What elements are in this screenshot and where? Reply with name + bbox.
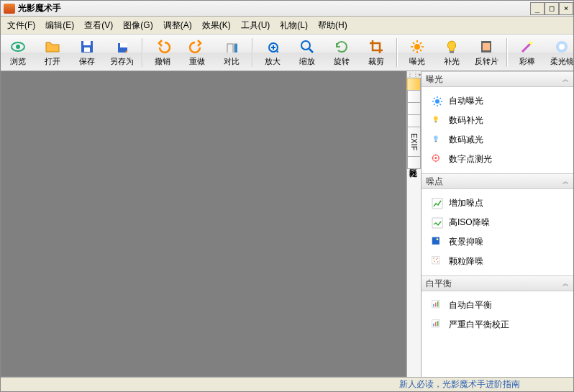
svg-rect-37 bbox=[435, 302, 436, 306]
menu-item[interactable]: 编辑(E) bbox=[40, 17, 79, 34]
option-label: 增加噪点 bbox=[449, 197, 483, 209]
option-label: 夜景抑噪 bbox=[449, 236, 483, 248]
tool-zoom[interactable]: 缩放 bbox=[290, 35, 324, 70]
menu-item[interactable]: 文件(F) bbox=[2, 17, 40, 34]
option-item[interactable]: 夜景抑噪 bbox=[422, 232, 573, 252]
bulb-y-icon bbox=[432, 115, 443, 127]
section-header[interactable]: 白平衡︽ bbox=[422, 275, 573, 291]
section-title: 噪点 bbox=[426, 176, 443, 188]
zoom-icon bbox=[299, 39, 315, 55]
zoom-in-icon bbox=[265, 39, 281, 55]
svg-point-16 bbox=[559, 44, 565, 50]
maximize-button[interactable]: □ bbox=[545, 2, 559, 15]
side-tab[interactable]: 便捷工具 bbox=[407, 114, 421, 127]
svg-rect-36 bbox=[433, 304, 434, 306]
svg-point-11 bbox=[414, 44, 420, 50]
tool-label: 柔光镜 bbox=[550, 56, 574, 67]
svg-rect-26 bbox=[432, 218, 442, 228]
tool-sun[interactable]: 曝光 bbox=[400, 35, 434, 70]
chart-up-icon bbox=[432, 198, 443, 209]
svg-point-31 bbox=[436, 258, 437, 259]
tool-label: 曝光 bbox=[409, 56, 425, 67]
option-item[interactable]: 自动白平衡 bbox=[422, 296, 573, 315]
menu-item[interactable]: 查看(V) bbox=[79, 17, 118, 34]
tool-disk[interactable]: 保存 bbox=[70, 35, 104, 70]
tool-label: 反转片 bbox=[475, 56, 498, 67]
tool-label: 另存为 bbox=[110, 56, 134, 67]
option-item[interactable]: 数码补光 bbox=[422, 111, 573, 130]
title-bar: 光影魔术手 _ □ × bbox=[1, 1, 573, 17]
tool-zoom-in[interactable]: 放大 bbox=[255, 35, 290, 70]
option-item[interactable]: 颗粒降噪 bbox=[422, 252, 573, 271]
section-body: 增加噪点高ISO降噪夜景抑噪颗粒降噪 bbox=[422, 189, 573, 275]
main-area: ⋮⋮▸ 基本调整数码暗房边框图层便捷工具EXIF光影社区 曝光︽自动曝光数码补光… bbox=[1, 71, 573, 377]
menu-item[interactable]: 图像(G) bbox=[118, 17, 158, 34]
svg-rect-4 bbox=[84, 47, 90, 52]
svg-rect-42 bbox=[437, 321, 438, 326]
tool-label: 保存 bbox=[79, 56, 95, 67]
menu-bar: 文件(F)编辑(E)查看(V)图像(G)调整(A)效果(K)工具(U)礼物(L)… bbox=[1, 17, 573, 34]
compare-icon bbox=[224, 39, 240, 55]
side-tab[interactable]: 基本调整 bbox=[407, 78, 421, 91]
tool-label: 对比 bbox=[224, 56, 240, 67]
toolbar-separator bbox=[252, 38, 252, 67]
tool-redo[interactable]: 重做 bbox=[180, 35, 214, 70]
menu-item[interactable]: 调整(A) bbox=[158, 17, 197, 34]
tool-undo[interactable]: 撤销 bbox=[145, 35, 180, 70]
guide-link[interactable]: 新人必读，光影魔术手进阶指南 bbox=[1, 378, 520, 391]
toolbar-separator bbox=[142, 38, 142, 67]
tool-eye[interactable]: 浏览 bbox=[1, 35, 35, 70]
option-item[interactable]: 增加噪点 bbox=[422, 193, 573, 213]
svg-rect-3 bbox=[83, 41, 91, 45]
tool-label: 撤销 bbox=[155, 56, 170, 67]
tool-bulb[interactable]: 补光 bbox=[434, 35, 469, 70]
tool-crop[interactable]: 裁剪 bbox=[359, 35, 393, 70]
option-label: 自动白平衡 bbox=[449, 299, 492, 311]
menu-item[interactable]: 效果(K) bbox=[197, 17, 236, 34]
svg-point-33 bbox=[437, 261, 438, 262]
side-tab[interactable]: 光影社区 bbox=[407, 156, 421, 169]
tool-film[interactable]: 反转片 bbox=[469, 35, 504, 70]
option-label: 严重白平衡校正 bbox=[449, 319, 509, 331]
sun-icon bbox=[409, 39, 425, 55]
sun-blue-icon bbox=[432, 96, 443, 107]
tool-label: 浏览 bbox=[10, 56, 26, 67]
tool-folder[interactable]: 打开 bbox=[35, 35, 70, 70]
target-icon bbox=[432, 154, 443, 165]
tool-label: 彩棒 bbox=[519, 56, 535, 67]
tool-soft[interactable]: 柔光镜 bbox=[545, 35, 573, 70]
svg-point-28 bbox=[437, 238, 439, 240]
section-body: 自动白平衡严重白平衡校正 bbox=[422, 291, 573, 339]
option-item[interactable]: 自动曝光 bbox=[422, 91, 573, 111]
menu-item[interactable]: 礼物(L) bbox=[275, 17, 313, 34]
bulb-b-icon bbox=[432, 135, 443, 146]
svg-rect-25 bbox=[432, 199, 442, 209]
option-item[interactable]: 数字点测光 bbox=[422, 150, 573, 169]
side-tab[interactable]: 边框图层 bbox=[407, 102, 421, 115]
close-button[interactable]: × bbox=[559, 2, 573, 15]
svg-rect-8 bbox=[234, 44, 237, 53]
side-tab[interactable]: 数码暗房 bbox=[407, 90, 421, 103]
menu-item[interactable]: 工具(U) bbox=[236, 17, 275, 34]
svg-rect-7 bbox=[227, 44, 233, 53]
rotate-icon bbox=[334, 39, 350, 55]
svg-rect-27 bbox=[432, 237, 439, 244]
tool-wand[interactable]: 彩棒 bbox=[510, 35, 545, 70]
option-label: 自动曝光 bbox=[449, 95, 483, 107]
option-item[interactable]: 高ISO降噪 bbox=[422, 213, 573, 232]
minimize-button[interactable]: _ bbox=[530, 2, 545, 15]
tool-compare[interactable]: 对比 bbox=[214, 35, 249, 70]
section-header[interactable]: 曝光︽ bbox=[422, 71, 573, 87]
canvas-viewport[interactable] bbox=[1, 71, 406, 377]
tool-rotate[interactable]: 旋转 bbox=[324, 35, 359, 70]
tool-label: 重做 bbox=[189, 56, 205, 67]
option-item[interactable]: 严重白平衡校正 bbox=[422, 315, 573, 334]
folder-icon bbox=[45, 39, 60, 55]
svg-point-20 bbox=[435, 99, 439, 104]
menu-item[interactable]: 帮助(H) bbox=[313, 17, 352, 34]
option-item[interactable]: 数码减光 bbox=[422, 130, 573, 150]
tool-disk-as[interactable]: 另存为 bbox=[104, 35, 139, 70]
side-tab[interactable]: EXIF bbox=[407, 127, 421, 157]
section-header[interactable]: 噪点︽ bbox=[422, 173, 573, 189]
side-tabs: ⋮⋮▸ 基本调整数码暗房边框图层便捷工具EXIF光影社区 bbox=[406, 71, 421, 377]
